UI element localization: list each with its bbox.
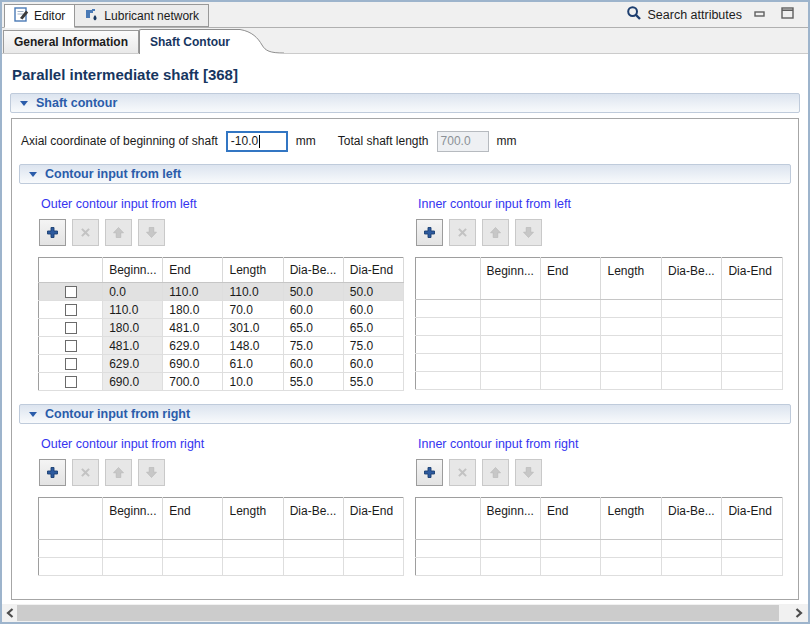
- table-cell[interactable]: 60.0: [343, 301, 403, 319]
- table-cell[interactable]: 481.0: [163, 319, 223, 337]
- table-cell[interactable]: 110.0: [223, 283, 283, 301]
- delete-row-button[interactable]: [449, 219, 476, 246]
- column-header[interactable]: Beginn...: [480, 258, 540, 300]
- row-checkbox[interactable]: [65, 322, 77, 334]
- table-cell[interactable]: 60.0: [343, 355, 403, 373]
- table-cell[interactable]: 65.0: [283, 319, 343, 337]
- row-checkbox[interactable]: [65, 304, 77, 316]
- row-checkbox[interactable]: [65, 340, 77, 352]
- column-header[interactable]: Length: [601, 258, 661, 300]
- empty-cell: [722, 318, 783, 336]
- delete-row-button[interactable]: [449, 459, 476, 486]
- view-tab-lubricant-network[interactable]: Lubricant network: [75, 4, 209, 27]
- column-header[interactable]: End: [541, 498, 601, 540]
- table-cell[interactable]: 65.0: [343, 319, 403, 337]
- table-cell[interactable]: 55.0: [283, 373, 343, 391]
- section-header-contour-right[interactable]: Contour input from right: [19, 404, 791, 424]
- table-cell[interactable]: 70.0: [223, 301, 283, 319]
- table-cell[interactable]: 690.0: [163, 355, 223, 373]
- move-down-button[interactable]: [138, 219, 165, 246]
- move-up-button[interactable]: [482, 459, 509, 486]
- table-cell[interactable]: 301.0: [223, 319, 283, 337]
- tab-general-information[interactable]: General Information: [3, 30, 139, 53]
- move-up-button[interactable]: [105, 219, 132, 246]
- axial-coordinate-input[interactable]: -10.0: [226, 131, 288, 152]
- table-cell[interactable]: 690.0: [103, 373, 163, 391]
- table-cell[interactable]: 75.0: [283, 337, 343, 355]
- move-down-button[interactable]: [515, 219, 542, 246]
- column-header[interactable]: Beginn...: [480, 498, 540, 540]
- column-header[interactable]: End: [163, 498, 223, 540]
- scroll-right-button[interactable]: [791, 604, 806, 622]
- tab-shaft-contour[interactable]: Shaft Contour: [139, 29, 240, 54]
- column-header[interactable]: Length: [223, 258, 283, 283]
- table-cell[interactable]: 110.0: [103, 301, 163, 319]
- column-header[interactable]: Beginn...: [103, 498, 163, 540]
- move-down-button[interactable]: [515, 459, 542, 486]
- table-cell[interactable]: 148.0: [223, 337, 283, 355]
- delete-row-button[interactable]: [72, 219, 99, 246]
- view-tab-editor[interactable]: Editor: [4, 4, 75, 28]
- row-checkbox[interactable]: [65, 376, 77, 388]
- table-cell[interactable]: 75.0: [343, 337, 403, 355]
- column-header[interactable]: Dia-Be...: [661, 258, 721, 300]
- row-checkbox[interactable]: [65, 286, 77, 298]
- scrollbar-thumb[interactable]: [17, 605, 779, 621]
- minimize-button[interactable]: [751, 7, 769, 23]
- add-row-button[interactable]: [416, 459, 443, 486]
- column-header[interactable]: Dia-End: [722, 498, 783, 540]
- empty-cell: [541, 300, 601, 318]
- table-cell[interactable]: 10.0: [223, 373, 283, 391]
- column-header[interactable]: [416, 498, 481, 540]
- add-row-button[interactable]: [39, 459, 66, 486]
- table-cell[interactable]: 629.0: [163, 337, 223, 355]
- table-cell[interactable]: 629.0: [103, 355, 163, 373]
- table-cell[interactable]: 60.0: [283, 301, 343, 319]
- column-header[interactable]: Length: [223, 498, 283, 540]
- table-cell[interactable]: 50.0: [283, 283, 343, 301]
- delete-row-button[interactable]: [72, 459, 99, 486]
- table-cell[interactable]: 180.0: [103, 319, 163, 337]
- add-row-button[interactable]: [39, 219, 66, 246]
- column-header[interactable]: Length: [601, 498, 661, 540]
- table-cell[interactable]: 60.0: [283, 355, 343, 373]
- move-up-button[interactable]: [105, 459, 132, 486]
- maximize-button[interactable]: [778, 7, 796, 23]
- table-cell[interactable]: 55.0: [343, 373, 403, 391]
- column-header[interactable]: Dia-End: [343, 498, 403, 540]
- table-cell[interactable]: 61.0: [223, 355, 283, 373]
- empty-cell: [223, 558, 283, 576]
- collapse-triangle-icon: [29, 412, 37, 417]
- table-cell[interactable]: 0.0: [103, 283, 163, 301]
- add-row-button[interactable]: [416, 219, 443, 246]
- active-tab-curve: [240, 29, 284, 54]
- horizontal-scrollbar[interactable]: [2, 604, 808, 622]
- move-up-button[interactable]: [482, 219, 509, 246]
- column-header[interactable]: [39, 258, 103, 283]
- table-cell[interactable]: 110.0: [163, 283, 223, 301]
- table-cell[interactable]: 180.0: [163, 301, 223, 319]
- column-header[interactable]: [39, 498, 103, 540]
- column-header[interactable]: Dia-Be...: [661, 498, 721, 540]
- empty-cell: [601, 372, 661, 390]
- section-header-shaft-contour[interactable]: Shaft contour: [10, 93, 800, 113]
- column-header[interactable]: Dia-Be...: [283, 258, 343, 283]
- table-cell[interactable]: 50.0: [343, 283, 403, 301]
- section-header-contour-left[interactable]: Contour input from left: [19, 164, 791, 184]
- search-attributes[interactable]: Search attributes: [626, 5, 743, 24]
- column-header[interactable]: Dia-Be...: [283, 498, 343, 540]
- column-header[interactable]: End: [541, 258, 601, 300]
- column-header[interactable]: Beginn...: [103, 258, 163, 283]
- table-cell[interactable]: 700.0: [163, 373, 223, 391]
- view-tab-bar: Editor Lubricant network Search attribut…: [2, 2, 808, 28]
- move-down-button[interactable]: [138, 459, 165, 486]
- column-header[interactable]: End: [163, 258, 223, 283]
- empty-cell: [480, 336, 540, 354]
- row-checkbox[interactable]: [65, 358, 77, 370]
- column-header[interactable]: [416, 258, 481, 300]
- empty-cell: [163, 558, 223, 576]
- table-cell[interactable]: 481.0: [103, 337, 163, 355]
- column-header[interactable]: Dia-End: [343, 258, 403, 283]
- column-header[interactable]: Dia-End: [722, 258, 783, 300]
- scroll-left-button[interactable]: [2, 604, 17, 622]
